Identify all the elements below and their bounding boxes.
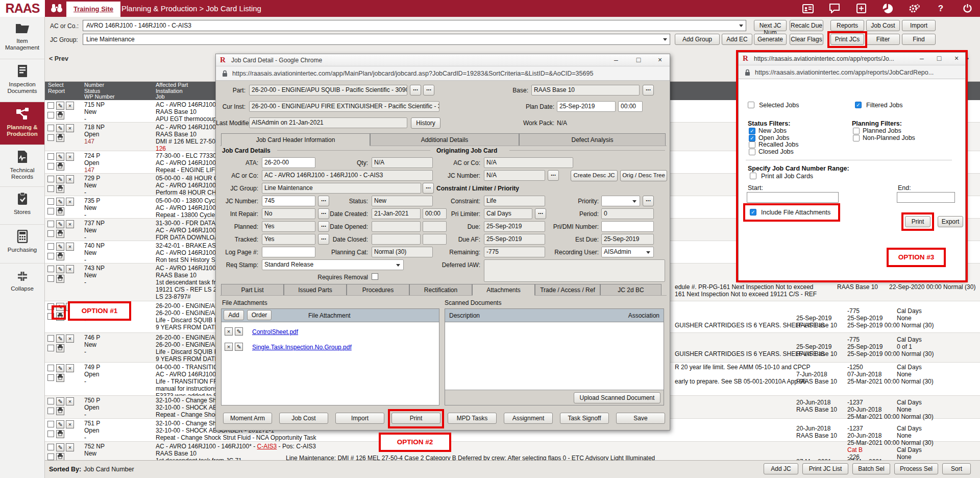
delete-icon[interactable]: × — [66, 124, 74, 132]
select-checkbox[interactable] — [47, 153, 54, 160]
settings-gears-icon[interactable] — [909, 3, 920, 14]
report-checkbox[interactable] — [47, 253, 54, 259]
job-cost-button[interactable]: Job Cost — [279, 413, 328, 424]
priority-lookup-button[interactable]: ... — [643, 196, 654, 206]
jc-group-select[interactable]: Line Maintenance — [83, 34, 670, 45]
edit-icon[interactable]: ✎ — [56, 198, 64, 206]
id-card-icon[interactable] — [802, 3, 814, 14]
sidebar-item-purchasing[interactable]: Purchasing — [0, 225, 44, 264]
ac-select[interactable]: AVRO 146RJ100 - 146RJ100 - C-AIS3 — [83, 20, 746, 31]
s idebar-item-technical-records[interactable]: TechnicalRecords — [0, 145, 44, 187]
report-checkbox[interactable] — [47, 275, 54, 282]
import-button[interactable]: Import — [902, 20, 936, 31]
base-lookup-button[interactable]: ... — [643, 85, 654, 95]
add-ec-button[interactable]: Add EC — [722, 34, 752, 45]
ata-field[interactable]: 26-20-00 — [262, 157, 315, 168]
add-group-button[interactable]: Add Group — [675, 34, 720, 45]
report-checkbox[interactable] — [47, 208, 54, 214]
next-jc-num-button[interactable]: Next JC Num — [754, 20, 787, 31]
page-url[interactable]: https://raasais.aviationintertec.com/app… — [232, 70, 666, 77]
edit-icon[interactable]: ✎ — [56, 397, 64, 405]
upload-scanned-document-button[interactable]: Upload Scanned Document — [574, 392, 660, 403]
start-input[interactable] — [747, 192, 839, 203]
select-checkbox[interactable] — [47, 125, 54, 131]
report-export-button[interactable]: Export — [938, 216, 963, 227]
select-checkbox[interactable] — [47, 102, 54, 109]
sidebar-item-inspection-documents[interactable]: InspectionDocuments — [0, 59, 44, 102]
tab-attachments[interactable]: Attachments — [472, 284, 535, 296]
recalc-due-button[interactable]: Recalc Due — [790, 20, 823, 31]
delete-icon[interactable]: × — [66, 175, 74, 183]
delete-icon[interactable]: × — [66, 243, 74, 251]
delete-attachment-icon[interactable]: × — [225, 327, 233, 336]
edit-icon[interactable]: ✎ — [56, 243, 64, 251]
report-checkbox[interactable] — [47, 374, 54, 381]
print-icon[interactable] — [56, 430, 64, 438]
print-icon[interactable] — [56, 162, 64, 171]
report-checkbox[interactable] — [47, 345, 54, 351]
edit-icon[interactable]: ✎ — [56, 124, 64, 132]
delete-icon[interactable]: × — [66, 220, 74, 228]
selected-jobs-checkbox[interactable] — [748, 102, 754, 108]
print-icon[interactable] — [56, 230, 64, 238]
page-url[interactable]: https://raasais.aviationintertec.com/app… — [755, 69, 961, 76]
edit-icon[interactable]: ✎ — [56, 153, 64, 161]
print-icon[interactable] — [56, 134, 64, 142]
print-icon[interactable] — [56, 407, 64, 415]
minimize-icon[interactable]: – — [611, 56, 621, 64]
pri-limiter-lookup-button[interactable]: ... — [535, 208, 546, 219]
create-desc-jc-button[interactable]: Create Desc JC — [571, 170, 618, 181]
delete-icon[interactable]: × — [66, 102, 74, 110]
edit-icon[interactable]: ✎ — [56, 420, 64, 428]
print-icon[interactable] — [56, 275, 64, 283]
edit-icon[interactable]: ✎ — [56, 220, 64, 228]
print-icon[interactable] — [56, 207, 64, 216]
save-button[interactable]: Save — [616, 413, 665, 424]
select-checkbox[interactable] — [47, 365, 54, 371]
pri-dmi-number-field[interactable] — [601, 221, 654, 232]
print-icon[interactable] — [56, 111, 64, 119]
task-signoff-button[interactable]: Task Signoff — [560, 413, 609, 424]
filter-checkbox[interactable] — [749, 149, 755, 155]
job-cost-button[interactable]: Job Cost — [866, 20, 900, 31]
close-icon[interactable]: × — [952, 54, 961, 62]
part-lookup-button[interactable]: ... — [410, 85, 421, 95]
filter-button[interactable]: Filter — [866, 34, 900, 45]
delete-icon[interactable]: × — [66, 153, 74, 161]
select-checkbox[interactable] — [47, 421, 54, 427]
maximize-icon[interactable]: □ — [634, 56, 643, 64]
tab-rectification[interactable]: Rectification — [409, 284, 472, 296]
delete-icon[interactable]: × — [66, 420, 74, 428]
requires-removal-checkbox[interactable] — [372, 273, 378, 280]
filtered-jobs-checkbox[interactable]: ✓ — [855, 102, 862, 108]
report-checkbox[interactable] — [47, 453, 54, 460]
edit-icon[interactable]: ✎ — [56, 364, 64, 372]
select-checkbox[interactable] — [47, 335, 54, 342]
report-checkbox[interactable] — [47, 134, 54, 141]
delete-icon[interactable]: × — [66, 265, 74, 273]
report-checkbox[interactable] — [47, 185, 54, 192]
power-icon[interactable] — [962, 3, 973, 14]
edit-icon[interactable]: ✎ — [56, 102, 64, 110]
report-checkbox[interactable] — [47, 431, 54, 437]
sidebar-item-collapse[interactable]: Collapse — [0, 264, 44, 299]
orig-jc-lookup-button[interactable]: ... — [548, 170, 559, 181]
order-attachment-button[interactable]: Order — [247, 310, 272, 320]
mpd-tasks-button[interactable]: MPD Tasks — [448, 413, 497, 424]
tab-jc-2d-bc[interactable]: JC 2d BC — [600, 284, 662, 296]
delete-icon[interactable]: × — [66, 334, 74, 343]
batch-sel-button[interactable]: Batch Sel — [852, 463, 890, 474]
report-checkbox[interactable] — [47, 230, 54, 237]
select-checkbox[interactable] — [47, 198, 54, 205]
select-checkbox[interactable] — [47, 221, 54, 227]
reports-button[interactable]: Reports — [830, 20, 864, 31]
select-checkbox[interactable] — [47, 444, 54, 450]
tab-procedures[interactable]: Procedures — [347, 284, 409, 296]
attachment-link[interactable]: Single.Task.Inspection.No.Group.pdf — [252, 344, 352, 351]
print-icon[interactable] — [56, 185, 64, 193]
chat-icon[interactable] — [829, 3, 840, 14]
tab-issued-parts[interactable]: Issued Parts — [284, 284, 347, 296]
delete-attachment-icon[interactable]: × — [225, 343, 233, 351]
plan-time-field[interactable]: 00:00 — [618, 101, 643, 112]
select-checkbox[interactable] — [47, 243, 54, 250]
